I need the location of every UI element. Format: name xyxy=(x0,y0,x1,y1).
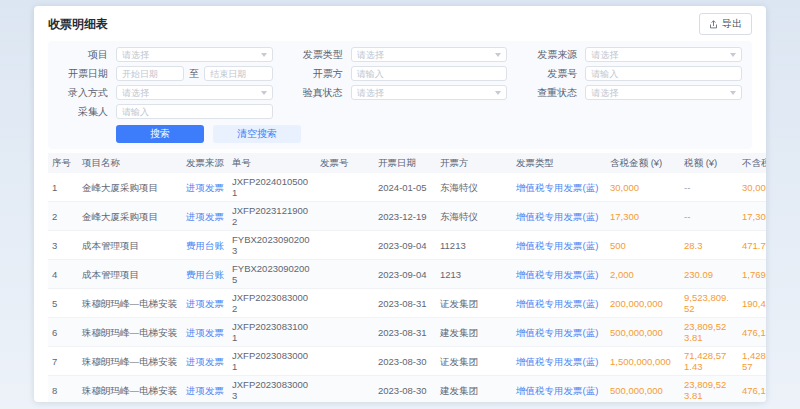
filter-field-issuer: 开票方 xyxy=(285,66,508,81)
select-invoice-type-field[interactable] xyxy=(357,50,492,60)
column-header: 序号 xyxy=(48,153,78,173)
filter-field-invoice-source: 发票来源 xyxy=(519,47,742,62)
cell-date: 2024-01-05 xyxy=(374,173,436,202)
cell-invoice_no xyxy=(316,202,374,231)
cell-net: 476,190,476.19 xyxy=(738,376,766,403)
cell-issuer: 建发集团 xyxy=(436,318,512,347)
filter-field-invoice-type: 发票类型 xyxy=(285,47,508,62)
column-header: 发票来源 xyxy=(182,153,228,173)
table-row[interactable]: 4成本管理项目费用台账FYBX202309020052023-09-041213… xyxy=(48,260,766,289)
cell-type: 增值税专用发票(蓝) xyxy=(512,318,606,347)
cell-no: 2 xyxy=(48,202,78,231)
cell-tax: 23,809,523.81 xyxy=(680,376,738,403)
cell-invoice_no xyxy=(316,289,374,318)
cell-project: 珠穆朗玛峰—电梯安装 xyxy=(78,347,182,376)
cell-tax: 28.3 xyxy=(680,231,738,260)
column-header: 项目名称 xyxy=(78,153,182,173)
cell-amount: 30,000 xyxy=(606,173,680,202)
filter-label-project: 项目 xyxy=(50,48,108,62)
date-start-invoice-date[interactable] xyxy=(116,66,184,81)
cell-source: 费用台账 xyxy=(182,231,228,260)
input-invoice-no-field[interactable] xyxy=(591,69,736,79)
cell-invoice_no xyxy=(316,347,374,376)
cell-invoice_no xyxy=(316,173,374,202)
input-issuer[interactable] xyxy=(351,66,508,81)
cell-invoice_no xyxy=(316,231,374,260)
input-collector-field[interactable] xyxy=(122,107,267,117)
cell-project: 金峰大厦采购项目 xyxy=(78,173,182,202)
cell-order_no: JXFP20240105001 xyxy=(228,173,316,202)
cell-source: 费用台账 xyxy=(182,260,228,289)
cell-type: 增值税专用发票(蓝) xyxy=(512,347,606,376)
filter-label-invoice-no: 发票号 xyxy=(519,67,577,81)
select-project[interactable] xyxy=(116,47,273,62)
chevron-down-icon xyxy=(495,53,501,57)
cell-source: 进项发票 xyxy=(182,173,228,202)
table-row[interactable]: 5珠穆朗玛峰—电梯安装进项发票JXFP202308300022023-08-31… xyxy=(48,289,766,318)
table-row[interactable]: 2金峰大厦采购项目进项发票JXFP202312190022023-12-19东海… xyxy=(48,202,766,231)
filter-field-project: 项目 xyxy=(50,47,273,62)
date-start-invoice-date-field[interactable] xyxy=(122,69,178,79)
filter-label-issuer: 开票方 xyxy=(285,67,343,81)
cell-net: 190,476,190.48 xyxy=(738,289,766,318)
select-project-field[interactable] xyxy=(122,50,257,60)
table-row[interactable]: 3成本管理项目费用台账FYBX202309020032023-09-041121… xyxy=(48,231,766,260)
cell-amount: 500 xyxy=(606,231,680,260)
select-entry-method-field[interactable] xyxy=(122,88,257,98)
column-header: 开票方 xyxy=(436,153,512,173)
select-invoice-type[interactable] xyxy=(351,47,508,62)
select-verify-status-field[interactable] xyxy=(357,88,492,98)
table-row[interactable]: 8珠穆朗玛峰—电梯安装进项发票JXFP202308300032023-08-30… xyxy=(48,376,766,403)
chevron-down-icon xyxy=(261,91,267,95)
filter-field-invoice-date: 开票日期至 xyxy=(50,66,273,81)
cell-date: 2023-08-31 xyxy=(374,289,436,318)
table-row[interactable]: 6珠穆朗玛峰—电梯安装进项发票JXFP202308310012023-08-31… xyxy=(48,318,766,347)
cell-type: 增值税专用发票(蓝) xyxy=(512,231,606,260)
cell-invoice_no xyxy=(316,260,374,289)
cell-source: 进项发票 xyxy=(182,318,228,347)
chevron-down-icon xyxy=(261,53,267,57)
filter-field-verify-status: 验真状态 xyxy=(285,85,508,100)
select-invoice-source[interactable] xyxy=(585,47,742,62)
date-end-invoice-date-field[interactable] xyxy=(210,69,266,79)
filter-label-verify-status: 验真状态 xyxy=(285,86,343,100)
date-end-invoice-date[interactable] xyxy=(204,66,272,81)
cell-amount: 17,300 xyxy=(606,202,680,231)
table-row[interactable]: 1金峰大厦采购项目进项发票JXFP202401050012024-01-05东海… xyxy=(48,173,766,202)
cell-source: 进项发票 xyxy=(182,347,228,376)
clear-search-button[interactable]: 清空搜索 xyxy=(213,125,301,143)
select-verify-status[interactable] xyxy=(351,85,508,100)
cell-net: 1,428,571,428.57 xyxy=(738,347,766,376)
cell-issuer: 建发集团 xyxy=(436,376,512,403)
cell-issuer: 证发集团 xyxy=(436,347,512,376)
export-icon xyxy=(709,20,718,29)
filter-label-invoice-source: 发票来源 xyxy=(519,48,577,62)
cell-amount: 2,000 xyxy=(606,260,680,289)
search-button[interactable]: 搜索 xyxy=(116,125,204,143)
cell-tax: 23,809,523.81 xyxy=(680,318,738,347)
input-collector[interactable] xyxy=(116,104,273,119)
column-header: 不含税金额 (¥) xyxy=(738,153,766,173)
cell-order_no: JXFP20230830003 xyxy=(228,376,316,403)
input-issuer-field[interactable] xyxy=(357,69,502,79)
table-row[interactable]: 7珠穆朗玛峰—电梯安装进项发票JXFP202308300012023-08-30… xyxy=(48,347,766,376)
select-invoice-source-field[interactable] xyxy=(591,50,726,60)
select-entry-method[interactable] xyxy=(116,85,273,100)
input-invoice-no[interactable] xyxy=(585,66,742,81)
cell-issuer: 11213 xyxy=(436,231,512,260)
column-header: 开票日期 xyxy=(374,153,436,173)
cell-project: 珠穆朗玛峰—电梯安装 xyxy=(78,376,182,403)
select-dup-status-field[interactable] xyxy=(591,88,726,98)
cell-no: 5 xyxy=(48,289,78,318)
select-dup-status[interactable] xyxy=(585,85,742,100)
cell-date: 2023-08-30 xyxy=(374,376,436,403)
export-button[interactable]: 导出 xyxy=(699,13,752,35)
cell-no: 6 xyxy=(48,318,78,347)
cell-no: 8 xyxy=(48,376,78,403)
cell-project: 成本管理项目 xyxy=(78,231,182,260)
card-header: 收票明细表 导出 xyxy=(34,6,766,39)
invoice-table-wrap: 序号项目名称发票来源单号发票号开票日期开票方发票类型含税金额 (¥)税额 (¥)… xyxy=(48,153,766,402)
filter-label-dup-status: 查重状态 xyxy=(519,86,577,100)
cell-project: 珠穆朗玛峰—电梯安装 xyxy=(78,318,182,347)
cell-invoice_no xyxy=(316,318,374,347)
